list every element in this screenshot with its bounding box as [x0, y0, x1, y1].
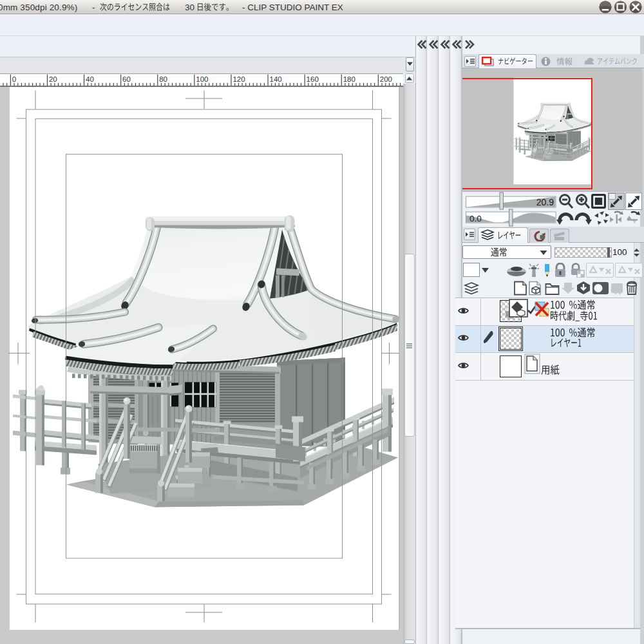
svg-text:100: 100 [196, 75, 208, 83]
svg-text:20.9: 20.9 [536, 197, 554, 207]
svg-text:20: 20 [49, 75, 57, 83]
svg-text:0: 0 [12, 75, 16, 83]
svg-text:120: 120 [232, 75, 245, 83]
svg-text:60: 60 [122, 75, 131, 83]
svg-text:0.0: 0.0 [469, 214, 482, 223]
svg-text:40: 40 [86, 75, 94, 83]
svg-text:200: 200 [380, 75, 392, 83]
svg-text:80: 80 [159, 75, 167, 83]
svg-text:180: 180 [343, 75, 355, 83]
svg-text:140: 140 [270, 75, 282, 83]
svg-text:160: 160 [307, 75, 319, 83]
